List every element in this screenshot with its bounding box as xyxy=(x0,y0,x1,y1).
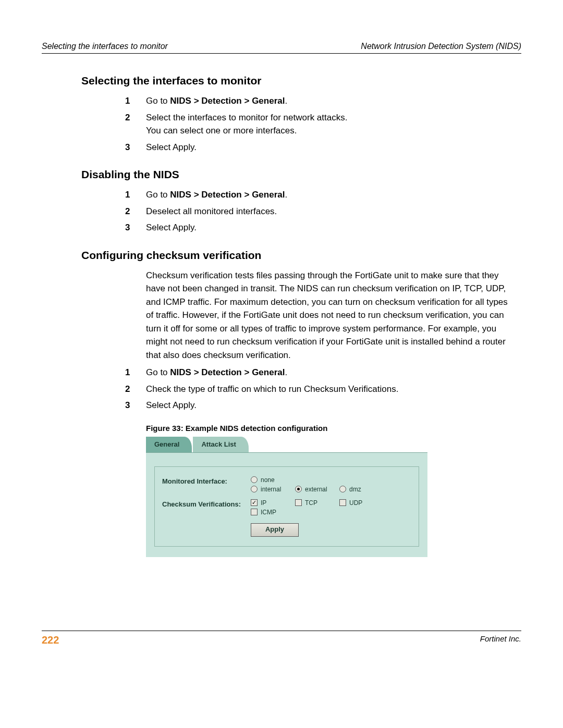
checksum-controls: IP TCP UDP xyxy=(251,499,411,518)
step-number: 3 xyxy=(125,221,146,235)
page-footer: 222 Fortinet Inc. xyxy=(42,631,521,646)
radio-dmz-label: dmz xyxy=(349,486,372,493)
step-number: 3 xyxy=(125,399,146,412)
monitored-interface-label: Monitored Interface: xyxy=(162,476,251,485)
page-header: Selecting the interfaces to monitor Netw… xyxy=(42,42,521,54)
step-text: Check the type of traffic on which to ru… xyxy=(146,382,511,396)
radio-external[interactable] xyxy=(295,486,302,492)
step-number: 1 xyxy=(125,94,146,108)
section-2-content: 1 Go to NIDS > Detection > General. 2 De… xyxy=(146,188,511,235)
step-row: 3 Select Apply. xyxy=(146,141,511,154)
checkbox-tcp[interactable] xyxy=(295,499,302,506)
step-number: 2 xyxy=(125,205,146,218)
checkbox-icmp[interactable] xyxy=(251,509,258,515)
checkbox-udp-label: UDP xyxy=(349,499,365,507)
step-number: 3 xyxy=(125,141,146,154)
step-text: Select the interfaces to monitor for net… xyxy=(146,111,511,138)
checkbox-tcp-label: TCP xyxy=(305,499,328,507)
step-number: 1 xyxy=(125,188,146,202)
radio-internal[interactable] xyxy=(251,486,258,492)
radio-external-label: external xyxy=(305,486,328,493)
monitored-interface-controls: none internal external xyxy=(251,476,411,495)
checkbox-icmp-label: ICMP xyxy=(261,509,284,516)
section-title-1: Selecting the interfaces to monitor xyxy=(81,75,521,87)
step-row: 1 Go to NIDS > Detection > General. xyxy=(146,94,511,108)
section-3-content: Checksum verification tests files passin… xyxy=(146,269,511,557)
tab-attack-list[interactable]: Attack List xyxy=(193,437,248,452)
step-row: 1 Go to NIDS > Detection > General. xyxy=(146,188,511,202)
figure-caption: Figure 33: Example NIDS detection config… xyxy=(146,424,511,433)
step-row: 2 Check the type of traffic on which to … xyxy=(146,382,511,396)
step-text: Go to NIDS > Detection > General. xyxy=(146,366,511,379)
step-row: 2 Deselect all monitored interfaces. xyxy=(146,205,511,218)
step-text: Go to NIDS > Detection > General. xyxy=(146,94,511,108)
checksum-row: Checksum Verifications: IP TCP xyxy=(162,499,411,518)
footer-company: Fortinet Inc. xyxy=(480,634,521,646)
tab-row: General Attack List xyxy=(146,438,427,453)
tab-general[interactable]: General xyxy=(146,437,192,452)
radio-dmz[interactable] xyxy=(339,486,346,492)
step-text: Go to NIDS > Detection > General. xyxy=(146,188,511,202)
header-right: Network Intrusion Detection System (NIDS… xyxy=(361,42,521,51)
panel-outer: Monitored Interface: none xyxy=(146,453,427,557)
step-number: 2 xyxy=(125,382,146,396)
checksum-label: Checksum Verifications: xyxy=(162,499,251,508)
checkbox-ip-label: IP xyxy=(261,499,284,507)
monitored-interface-row: Monitored Interface: none xyxy=(162,476,411,495)
step-number: 1 xyxy=(125,366,146,379)
step-text: Select Apply. xyxy=(146,399,511,412)
section-title-3: Configuring checksum verification xyxy=(81,249,521,262)
checkbox-ip[interactable] xyxy=(251,499,258,506)
apply-button[interactable]: Apply xyxy=(251,523,299,537)
nids-config-figure: General Attack List Monitored Interface:… xyxy=(146,438,427,557)
panel-inner: Monitored Interface: none xyxy=(154,466,419,547)
radio-internal-label: internal xyxy=(261,486,284,493)
radio-none[interactable] xyxy=(251,476,258,483)
step-text: Select Apply. xyxy=(146,141,511,154)
step-row: 3 Select Apply. xyxy=(146,399,511,412)
page-number: 222 xyxy=(42,634,59,646)
document-page: Selecting the interfaces to monitor Netw… xyxy=(0,0,563,667)
section-3-paragraph: Checksum verification tests files passin… xyxy=(146,269,511,362)
step-row: 2 Select the interfaces to monitor for n… xyxy=(146,111,511,138)
section-1-content: 1 Go to NIDS > Detection > General. 2 Se… xyxy=(146,94,511,154)
step-row: 3 Select Apply. xyxy=(146,221,511,235)
step-number: 2 xyxy=(125,111,146,138)
step-row: 1 Go to NIDS > Detection > General. xyxy=(146,366,511,379)
checkbox-udp[interactable] xyxy=(339,499,346,506)
header-left: Selecting the interfaces to monitor xyxy=(42,42,168,51)
section-title-2: Disabling the NIDS xyxy=(81,168,521,181)
step-text: Select Apply. xyxy=(146,221,511,235)
radio-none-label: none xyxy=(261,476,284,484)
step-text: Deselect all monitored interfaces. xyxy=(146,205,511,218)
